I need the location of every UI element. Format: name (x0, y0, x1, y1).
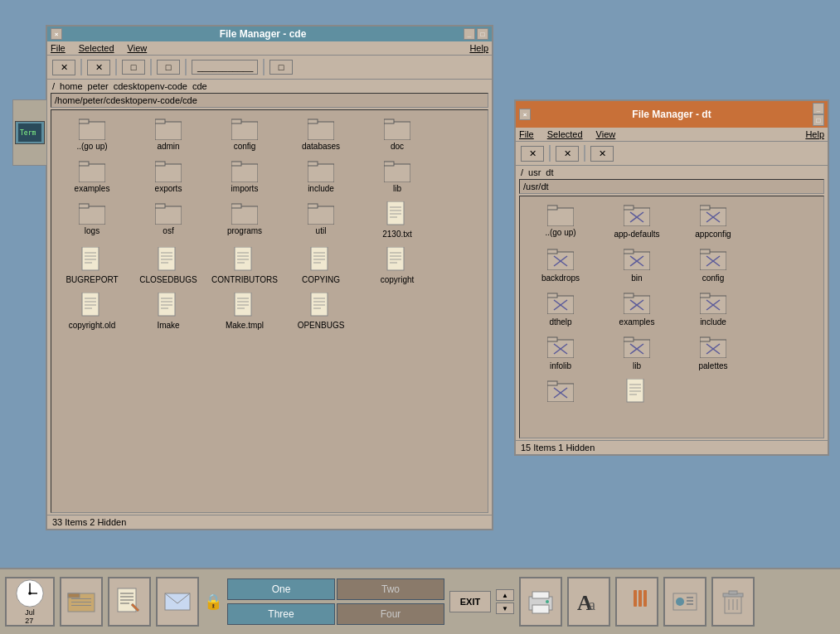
fm-dt-path-usr[interactable]: usr (528, 167, 541, 177)
workspace-row-bottom: Three Four (227, 603, 444, 625)
fm-dt-location[interactable]: /usr/dt (519, 179, 824, 194)
file-item[interactable]: lib (360, 156, 435, 196)
file-item[interactable]: config (676, 244, 750, 286)
fm-cde-menu-file[interactable]: File (51, 43, 66, 53)
file-item[interactable]: include (284, 156, 358, 196)
fm-dt-tb-btn2[interactable]: ✕ (556, 146, 579, 162)
fm-dt-menu-help[interactable]: Help (805, 129, 824, 139)
font-icon[interactable]: A a (567, 577, 610, 627)
fm-cde-path-peter[interactable]: peter (88, 81, 109, 91)
fm-cde-path-cde[interactable]: cde (192, 81, 207, 91)
fm-cde-path-root[interactable]: / (52, 81, 55, 91)
fm-cde-tb-btn5[interactable]: ___________ (192, 60, 258, 75)
settings-icon[interactable] (663, 577, 706, 627)
file-item[interactable]: bin (600, 244, 674, 286)
taskbar-clock: Jul27 (5, 577, 55, 627)
file-item[interactable]: exports (131, 156, 206, 196)
file-item[interactable]: Imake (131, 289, 206, 333)
file-item[interactable]: ..(go up) (55, 114, 129, 154)
workspace-btn-two[interactable]: Two (337, 578, 444, 600)
file-item[interactable] (600, 375, 674, 410)
file-item[interactable]: admin (131, 114, 206, 154)
fm-cde-tb-btn1[interactable]: ✕ (52, 60, 75, 75)
file-item[interactable] (523, 375, 598, 410)
printer-icon[interactable] (519, 577, 562, 627)
fm-cde-tb-btn3[interactable]: □ (122, 60, 145, 75)
file-item[interactable]: copyright.old (55, 289, 129, 333)
fm-dt-tb-btn1[interactable]: ✕ (521, 146, 544, 162)
file-item[interactable]: ..(go up) (523, 200, 598, 242)
workspace-btn-four[interactable]: Four (337, 603, 444, 625)
file-item[interactable]: include (676, 288, 750, 330)
svg-text:Term: Term (20, 129, 36, 137)
fm-dt-min-btn[interactable]: _ (813, 103, 824, 114)
fm-cde-menu-view[interactable]: View (128, 43, 148, 53)
svg-point-160 (676, 598, 684, 606)
file-item[interactable]: examples (600, 288, 674, 330)
file-item[interactable]: copyright (360, 244, 435, 288)
fm-dt-close-btn[interactable]: × (519, 109, 531, 120)
fm-cde-tb-btn2[interactable]: ✕ (87, 60, 110, 75)
file-item[interactable]: doc (360, 114, 435, 154)
file-item[interactable]: Make.tmpl (207, 289, 282, 333)
file-item[interactable]: BUGREPORT (55, 244, 129, 288)
file-item[interactable]: app-defaults (600, 200, 674, 242)
workspace-btn-three[interactable]: Three (227, 603, 335, 625)
fm-cde-close-btn[interactable]: × (51, 28, 62, 40)
file-item[interactable]: OPENBUGS (284, 289, 358, 333)
file-item[interactable]: imports (207, 156, 282, 196)
fm-dt-max-btn[interactable]: □ (813, 114, 824, 126)
fm-cde-location[interactable]: /home/peter/cdesktopenv-code/cde (51, 93, 488, 108)
file-item[interactable]: appconfig (676, 200, 750, 242)
fm-cde-menu-selected[interactable]: Selected (79, 43, 114, 53)
fm-cde-tb-btn4[interactable]: □ (157, 60, 180, 75)
file-item[interactable]: COPYING (284, 244, 358, 288)
svg-rect-2 (155, 122, 182, 140)
fm-dt-path-dt[interactable]: dt (546, 167, 553, 177)
fm-dt-tb-sep1 (549, 145, 551, 162)
fm-dt-win-controls-right: _ □ (813, 103, 824, 126)
fm-dt-menu-view[interactable]: View (596, 129, 616, 139)
file-item[interactable]: 2130.txt (360, 198, 435, 242)
file-label: logs (85, 226, 100, 235)
file-manager-icon[interactable] (60, 577, 103, 627)
file-item[interactable]: logs (55, 198, 129, 242)
fm-cde-menubar: File Selected View Help (47, 41, 492, 56)
file-item[interactable]: CLOSEDBUGS (131, 244, 206, 288)
file-item[interactable]: backdrops (523, 244, 598, 286)
file-item[interactable]: config (207, 114, 282, 154)
taskbar-nav-up[interactable]: ▲ (496, 589, 514, 601)
file-item[interactable]: osf (131, 198, 206, 242)
file-item[interactable]: programs (207, 198, 282, 242)
fm-cde-toolbar: ✕ ✕ □ □ ___________ □ (47, 56, 492, 80)
workspace-btn-one[interactable]: One (227, 578, 335, 600)
terminal-icon[interactable]: Term (15, 121, 45, 144)
file-item[interactable]: dthelp (523, 288, 598, 330)
file-item[interactable]: examples (55, 156, 129, 196)
fm-cde-win-controls: × (51, 28, 62, 40)
fm-dt-menu-selected[interactable]: Selected (547, 129, 583, 139)
file-item[interactable]: lib (600, 332, 674, 374)
text-editor-icon[interactable] (108, 577, 151, 627)
file-item[interactable]: util (284, 198, 358, 242)
fm-cde-tb-btn6[interactable]: □ (269, 60, 293, 75)
fm-cde-menu-help[interactable]: Help (469, 43, 488, 53)
file-label: imports (231, 184, 259, 193)
mail-icon[interactable] (156, 577, 199, 627)
fm-dt-tb-btn3[interactable]: ✕ (590, 146, 614, 162)
sidebar-panel: Term (12, 99, 47, 166)
fm-dt-path-root[interactable]: / (521, 167, 523, 177)
fm-cde-path-home[interactable]: home (60, 81, 83, 91)
tools-icon[interactable] (615, 577, 658, 627)
file-item[interactable]: palettes (676, 332, 750, 374)
fm-cde-min-btn[interactable]: _ (464, 28, 475, 40)
file-item[interactable]: databases (284, 114, 358, 154)
file-item[interactable]: infolib (523, 332, 598, 374)
trash-icon[interactable] (711, 577, 755, 627)
fm-cde-max-btn[interactable]: □ (477, 28, 488, 40)
taskbar-nav-down[interactable]: ▼ (496, 603, 514, 614)
file-item[interactable]: CONTRIBUTORS (207, 244, 282, 288)
fm-cde-path-cdesktopenv[interactable]: cdesktopenv-code (114, 81, 187, 91)
fm-dt-menu-file[interactable]: File (519, 129, 534, 139)
exit-button[interactable]: EXIT (449, 591, 491, 612)
